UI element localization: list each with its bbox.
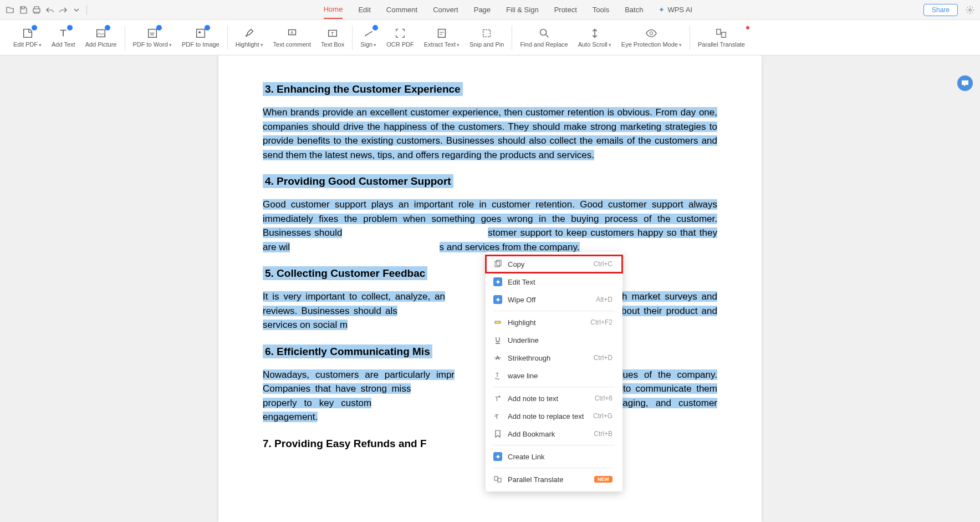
ai-assistant-bubble[interactable] xyxy=(957,75,973,91)
ctx-highlight-label: Highlight xyxy=(508,318,585,327)
pdftoimage-icon xyxy=(195,27,207,39)
tab-protect[interactable]: Protect xyxy=(554,1,577,18)
tab-home[interactable]: Home xyxy=(324,1,343,19)
open-icon[interactable] xyxy=(6,6,14,14)
ctx-addnotereplace-label: Add note to replace text xyxy=(508,412,588,420)
textbox-label: Text Box xyxy=(321,41,344,48)
context-menu: Copy Ctrl+C ✦ Edit Text ✦ Wipe Off Alt+D… xyxy=(486,252,622,491)
findreplace-label: Find and Replace xyxy=(520,41,568,48)
ctx-paralleltranslate[interactable]: Parallel Translate NEW xyxy=(486,470,622,488)
ctx-addnote[interactable]: T Add note to text Ctrl+6 xyxy=(486,389,622,407)
pdftoimage-button[interactable]: PDF to Image xyxy=(182,27,220,48)
svg-point-0 xyxy=(969,9,971,11)
tab-fillsign[interactable]: Fill & Sign xyxy=(506,1,539,18)
paragraph-3: When brands provide an excellent custome… xyxy=(263,105,717,162)
sign-icon xyxy=(363,27,375,39)
more-dropdown-icon[interactable] xyxy=(72,6,81,14)
title-divider xyxy=(86,5,87,15)
ribbon-group-edit: Edit PDF▾ Add Text Add Picture xyxy=(6,20,125,55)
addpicture-label: Add Picture xyxy=(85,41,117,48)
pdftoword-icon: W xyxy=(146,27,159,39)
share-button[interactable]: Share xyxy=(923,4,958,16)
autoscroll-button[interactable]: Auto Scroll▾ xyxy=(578,27,611,48)
ctx-separator xyxy=(493,387,615,387)
ctx-addnotereplace-shortcut: Ctrl+G xyxy=(593,412,612,420)
sign-label: Sign▾ xyxy=(360,41,376,48)
new-badge: NEW xyxy=(594,476,612,483)
ctx-wipeoff[interactable]: ✦ Wipe Off Alt+D xyxy=(486,291,622,308)
ctx-strikethrough[interactable]: A Strikethrough Ctrl+D xyxy=(486,349,622,367)
ctx-createlink-label: Create Link xyxy=(508,453,612,461)
ctx-strikethrough-label: Strikethrough xyxy=(508,354,588,362)
svg-rect-11 xyxy=(483,30,491,37)
highlight-button[interactable]: Highlight▾ xyxy=(236,27,263,48)
redo-icon[interactable] xyxy=(59,6,68,14)
textcomment-button[interactable]: A Text comment xyxy=(273,27,311,48)
svg-point-5 xyxy=(198,31,201,33)
copy-icon xyxy=(493,260,502,268)
settings-icon[interactable] xyxy=(966,6,974,14)
highlight-label: Highlight▾ xyxy=(236,41,263,48)
ctx-separator xyxy=(493,311,615,311)
extracttext-label: Extract Text▾ xyxy=(424,41,460,48)
tab-edit[interactable]: Edit xyxy=(358,1,370,18)
ctx-underline[interactable]: Underline xyxy=(486,331,622,349)
title-bar: Home Edit Comment Convert Page Fill & Si… xyxy=(0,0,980,20)
ctx-addnotereplace[interactable]: T Add note to replace text Ctrl+G xyxy=(486,407,622,425)
svg-rect-23 xyxy=(494,477,498,480)
ctx-addbookmark[interactable]: Add Bookmark Ctrl+B xyxy=(486,425,622,443)
svg-rect-1 xyxy=(97,30,105,37)
svg-text:T: T xyxy=(496,372,499,378)
svg-rect-10 xyxy=(438,29,445,38)
textbox-button[interactable]: T Text Box xyxy=(321,27,344,48)
ctx-waveline[interactable]: T wave line xyxy=(486,367,622,384)
svg-text:A: A xyxy=(290,30,293,35)
snippin-button[interactable]: Snip and Pin xyxy=(469,27,504,48)
pdftoword-button[interactable]: W PDF to Word▾ xyxy=(133,27,172,48)
highlight-icon xyxy=(243,27,256,39)
ctx-addnote-shortcut: Ctrl+6 xyxy=(595,394,612,402)
undo-icon[interactable] xyxy=(45,6,54,14)
ctx-edittext[interactable]: ✦ Edit Text xyxy=(486,273,622,291)
tab-wpsai[interactable]: ✦ WPS AI xyxy=(659,1,692,18)
ctx-wipeoff-shortcut: Alt+D xyxy=(596,296,612,303)
paralleltranslate-button[interactable]: Parallel Translate xyxy=(698,27,745,48)
svg-point-12 xyxy=(540,29,546,36)
addtext-label: Add Text xyxy=(52,41,75,48)
waveline-icon: T xyxy=(493,371,502,380)
createlink-icon: ✦ xyxy=(493,452,502,461)
textcomment-label: Text comment xyxy=(273,41,311,48)
addpicture-button[interactable]: Add Picture xyxy=(85,27,117,48)
addpicture-icon xyxy=(95,27,107,39)
print-icon[interactable] xyxy=(32,6,41,14)
tab-batch[interactable]: Batch xyxy=(625,1,643,18)
tab-page[interactable]: Page xyxy=(474,1,491,18)
ribbon-group-convert: W PDF to Word▾ PDF to Image xyxy=(125,20,227,55)
heading-3: 3. Enhancing the Customer Experience xyxy=(263,83,717,95)
svg-text:T: T xyxy=(495,396,499,402)
ctx-createlink[interactable]: ✦ Create Link xyxy=(486,448,622,465)
ocrpdf-button[interactable]: OCR PDF xyxy=(386,27,414,48)
ctx-copy[interactable]: Copy Ctrl+C xyxy=(486,255,622,273)
eyeprotect-button[interactable]: Eye Protection Mode▾ xyxy=(621,27,682,48)
autoscroll-label: Auto Scroll▾ xyxy=(578,41,611,48)
ctx-highlight[interactable]: Highlight Ctrl+F2 xyxy=(486,313,622,331)
sign-button[interactable]: Sign▾ xyxy=(360,27,376,48)
addtext-button[interactable]: Add Text xyxy=(52,27,75,48)
ctx-strike-shortcut: Ctrl+D xyxy=(594,354,612,362)
tab-convert[interactable]: Convert xyxy=(433,1,458,18)
editpdf-label: Edit PDF▾ xyxy=(13,41,42,48)
save-icon[interactable] xyxy=(19,6,28,14)
svg-text:W: W xyxy=(150,32,154,37)
tab-tools[interactable]: Tools xyxy=(593,1,609,18)
pdftoimage-label: PDF to Image xyxy=(182,41,220,48)
tab-comment[interactable]: Comment xyxy=(386,1,417,18)
svg-text:T: T xyxy=(331,32,334,37)
findreplace-button[interactable]: Find and Replace xyxy=(520,27,568,48)
ctx-underline-label: Underline xyxy=(508,336,612,344)
svg-rect-18 xyxy=(495,321,501,323)
ocrpdf-icon xyxy=(394,27,406,39)
editpdf-button[interactable]: Edit PDF▾ xyxy=(13,27,42,48)
extracttext-button[interactable]: Extract Text▾ xyxy=(424,27,460,48)
highlight-icon xyxy=(493,318,502,327)
